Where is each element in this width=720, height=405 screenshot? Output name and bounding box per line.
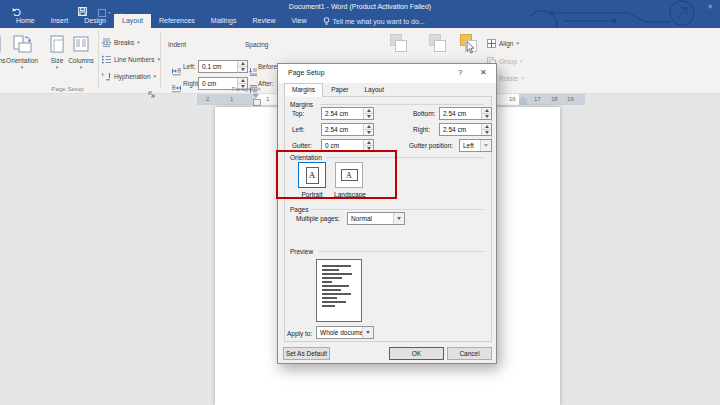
group-button-label: Group xyxy=(499,58,517,65)
top-margin-input[interactable] xyxy=(322,108,363,119)
columns-icon xyxy=(71,31,91,57)
group-divider xyxy=(326,157,484,158)
orientation-button[interactable]: Orientation ▾ xyxy=(2,31,42,77)
caret-down-icon: ▾ xyxy=(56,65,59,70)
breaks-button[interactable]: Breaks ▾ xyxy=(102,36,140,48)
orientation-group-label: Orientation xyxy=(290,154,322,161)
position-button[interactable] xyxy=(388,33,408,55)
tab-design[interactable]: Design xyxy=(76,14,114,28)
tab-home[interactable]: Home xyxy=(8,14,43,28)
landscape-option[interactable]: A xyxy=(335,162,363,188)
indent-left-stepper[interactable] xyxy=(198,60,248,73)
rotate-button-label: Rotate xyxy=(499,75,518,82)
wrap-text-button[interactable] xyxy=(427,33,447,55)
page-setup-group-label: Page Setup xyxy=(20,85,115,92)
ruler-number: 19 xyxy=(567,96,574,102)
gutter-stepper[interactable] xyxy=(321,139,374,152)
dialog-tab-strip: Margins Paper Layout xyxy=(284,83,392,97)
caret-down-icon: ▾ xyxy=(521,76,524,81)
align-icon xyxy=(487,39,496,48)
group-separator xyxy=(98,31,99,88)
indent-left-icon xyxy=(172,62,181,80)
dialog-tab-layout[interactable]: Layout xyxy=(356,83,392,97)
tab-mailings[interactable]: Mailings xyxy=(203,14,245,28)
preview-thumbnail xyxy=(316,259,362,322)
window-close-button[interactable]: ✕ xyxy=(707,3,713,11)
dialog-help-button[interactable]: ? xyxy=(458,68,462,78)
spin-down-icon[interactable] xyxy=(482,130,491,135)
left-margin-label: Left: xyxy=(292,126,305,133)
ok-button[interactable]: OK xyxy=(389,347,444,360)
bottom-margin-input[interactable] xyxy=(440,108,481,119)
spin-down-icon[interactable] xyxy=(238,67,247,72)
top-margin-stepper[interactable] xyxy=(321,107,374,120)
page-setup-dialog-launcher[interactable] xyxy=(148,85,156,103)
tab-layout[interactable]: Layout xyxy=(114,14,151,28)
gutter-label: Gutter: xyxy=(292,142,312,149)
multiple-pages-dropdown[interactable]: Normal xyxy=(347,212,405,225)
ruler-number: 1 xyxy=(230,96,233,102)
spinner-buttons xyxy=(363,124,373,135)
align-button[interactable]: Align ▾ xyxy=(487,37,519,49)
line-numbers-button[interactable]: Line Numbers ▾ xyxy=(102,53,160,65)
top-margin-label: Top: xyxy=(292,110,304,117)
multiple-pages-label: Multiple pages: xyxy=(296,215,340,222)
spacing-before-label: Before: xyxy=(258,63,279,70)
dialog-close-button[interactable]: ✕ xyxy=(480,68,487,78)
spin-down-icon[interactable] xyxy=(364,146,373,151)
spin-down-icon[interactable] xyxy=(364,130,373,135)
portrait-option[interactable]: A xyxy=(298,162,326,188)
caret-down-icon: ▾ xyxy=(80,65,83,70)
dialog-tab-paper[interactable]: Paper xyxy=(323,83,356,97)
gutter-position-dropdown[interactable]: Left xyxy=(459,139,492,152)
dialog-tab-margins[interactable]: Margins xyxy=(284,83,323,97)
set-as-default-button[interactable]: Set As Default xyxy=(283,347,330,360)
hyphenation-button[interactable]: Hyphenation ▾ xyxy=(102,70,156,82)
tab-view[interactable]: View xyxy=(283,14,314,28)
breaks-button-label: Breaks xyxy=(114,39,134,46)
tell-me-box[interactable]: Tell me what you want to do... xyxy=(315,14,433,28)
pages-group-label: Pages xyxy=(290,206,308,213)
hyphenation-icon xyxy=(102,72,111,81)
spinner-buttons xyxy=(363,108,373,119)
gutter-input[interactable] xyxy=(322,140,363,151)
dialog-title: Page Setup xyxy=(288,69,325,76)
indent-left-input[interactable] xyxy=(199,61,237,72)
indent-section-label: Indent xyxy=(168,41,186,48)
ruler-number: 16 xyxy=(509,96,516,102)
spinner-buttons xyxy=(363,140,373,151)
hyphenation-button-label: Hyphenation xyxy=(114,73,151,80)
spinner-buttons xyxy=(237,61,247,72)
tab-references[interactable]: References xyxy=(151,14,203,28)
tab-review[interactable]: Review xyxy=(245,14,284,28)
spacing-before-icon xyxy=(249,62,257,80)
right-margin-input[interactable] xyxy=(440,124,481,135)
group-divider xyxy=(320,104,484,105)
breaks-icon xyxy=(102,38,111,47)
spin-down-icon[interactable] xyxy=(364,114,373,119)
landscape-page-icon: A xyxy=(341,169,358,181)
left-indent-marker[interactable] xyxy=(252,94,260,105)
spinner-buttons xyxy=(481,124,491,135)
spin-down-icon[interactable] xyxy=(482,114,491,119)
apply-to-dropdown[interactable]: Whole document xyxy=(316,326,374,339)
right-margin-stepper[interactable] xyxy=(439,123,492,136)
dialog-title-bar[interactable]: Page Setup xyxy=(278,64,496,83)
spacing-section-label: Spacing xyxy=(245,41,269,48)
cancel-button[interactable]: Cancel xyxy=(447,347,492,360)
ribbon-tab-strip: Home Insert Design Layout References Mai… xyxy=(8,14,433,28)
left-margin-input[interactable] xyxy=(322,124,363,135)
columns-button[interactable]: Columns ▾ xyxy=(64,31,98,77)
page-setup-dialog: Page Setup ? ✕ Margins Paper Layout Marg… xyxy=(277,63,497,364)
bottom-margin-stepper[interactable] xyxy=(439,107,492,120)
left-margin-stepper[interactable] xyxy=(321,123,374,136)
tab-insert[interactable]: Insert xyxy=(43,14,77,28)
indent-left-label: Left: xyxy=(183,63,196,70)
gutter-position-value: Left xyxy=(460,140,480,151)
title-bar-decoration xyxy=(530,0,720,28)
caret-down-icon: ▾ xyxy=(520,59,523,64)
portrait-label: Portrait xyxy=(294,191,330,198)
group-separator xyxy=(160,31,161,88)
gutter-position-label: Gutter position: xyxy=(409,142,453,149)
indent-right-icon xyxy=(172,79,181,97)
